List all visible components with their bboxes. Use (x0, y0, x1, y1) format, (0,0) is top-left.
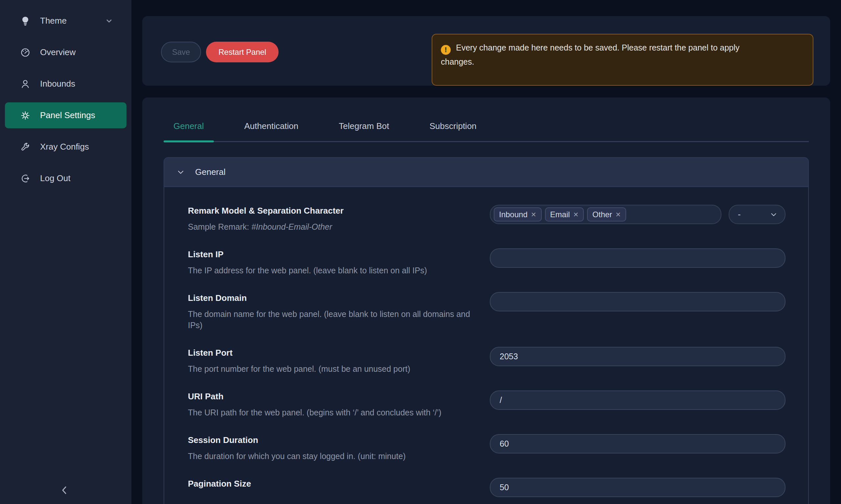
tag-remove-icon[interactable]: ✕ (615, 211, 621, 218)
sidebar: Theme Overview Inbounds (0, 0, 132, 504)
general-section-body: Remark Model & Separation Character Samp… (164, 187, 808, 497)
sample-remark-value: #Inbound-Email-Other (251, 222, 332, 231)
tag-inbound: Inbound ✕ (494, 208, 542, 221)
field-row-listen-port: Listen Port The port number for the web … (188, 347, 808, 374)
field-row-uri-path: URI Path The URI path for the web panel.… (188, 391, 808, 418)
field-row-pagination-size: Pagination Size (188, 478, 808, 497)
field-label: URI Path (188, 391, 477, 402)
toolbar-card: Save Restart Panel !Every change made he… (142, 16, 830, 86)
warning-alert-text: Every change made here needs to be saved… (441, 43, 739, 66)
listen-domain-input[interactable] (490, 292, 786, 311)
field-label: Pagination Size (188, 478, 477, 489)
listen-port-input[interactable] (490, 347, 786, 366)
field-label: Listen IP (188, 248, 477, 260)
general-section: General Remark Model & Separation Charac… (164, 157, 809, 504)
tag-label: Inbound (499, 210, 528, 219)
lightbulb-icon (20, 15, 31, 26)
warning-icon: ! (441, 45, 451, 55)
chevron-left-icon (59, 485, 69, 496)
field-description: The URI path for the web panel. (begins … (188, 407, 477, 418)
restart-panel-button[interactable]: Restart Panel (206, 42, 279, 62)
field-description: The duration for which you can stay logg… (188, 451, 477, 462)
field-row-remark: Remark Model & Separation Character Samp… (188, 205, 808, 232)
tag-remove-icon[interactable]: ✕ (531, 211, 536, 218)
tag-label: Other (592, 210, 612, 219)
sidebar-item-xray-configs[interactable]: Xray Configs (5, 134, 126, 160)
sample-remark-prefix: Sample Remark: (188, 222, 251, 231)
warning-alert: !Every change made here needs to be save… (432, 34, 813, 86)
sidebar-item-label: Panel Settings (40, 110, 95, 121)
tab-general[interactable]: General (164, 121, 214, 141)
general-section-header[interactable]: General (164, 158, 808, 187)
field-row-listen-domain: Listen Domain The domain name for the we… (188, 292, 808, 331)
user-icon (20, 78, 31, 90)
sidebar-item-panel-settings[interactable]: Panel Settings (5, 102, 126, 128)
listen-ip-input[interactable] (490, 248, 786, 268)
gauge-icon (20, 47, 31, 58)
sidebar-item-label: Xray Configs (40, 142, 89, 152)
sidebar-item-label: Inbounds (40, 79, 75, 89)
chevron-down-icon (177, 168, 185, 176)
remark-model-multiselect[interactable]: Inbound ✕ Email ✕ Other ✕ (490, 205, 721, 224)
uri-path-input[interactable] (490, 391, 786, 410)
tab-subscription[interactable]: Subscription (419, 121, 486, 141)
save-button[interactable]: Save (161, 42, 201, 62)
settings-tabs: General Authentication Telegram Bot Subs… (164, 97, 809, 142)
logout-icon (20, 173, 31, 184)
sidebar-collapse-button[interactable] (58, 484, 71, 497)
tab-telegram-bot[interactable]: Telegram Bot (329, 121, 399, 141)
sidebar-item-logout[interactable]: Log Out (5, 165, 126, 191)
tag-remove-icon[interactable]: ✕ (573, 211, 579, 218)
sidebar-menu: Theme Overview Inbounds (0, 0, 132, 191)
section-title: General (195, 167, 226, 177)
sidebar-item-inbounds[interactable]: Inbounds (5, 71, 126, 97)
pagination-size-input[interactable] (490, 478, 786, 497)
chevron-down-icon (770, 211, 777, 218)
field-description: Sample Remark: #Inbound-Email-Other (188, 221, 477, 232)
sidebar-item-label: Log Out (40, 173, 71, 183)
field-label: Listen Domain (188, 292, 477, 304)
sidebar-item-overview[interactable]: Overview (5, 39, 126, 65)
tag-label: Email (550, 210, 570, 219)
toolbar-buttons: Save Restart Panel (161, 42, 279, 86)
tab-authentication[interactable]: Authentication (235, 121, 308, 141)
sidebar-item-label: Theme (40, 16, 67, 26)
settings-card: General Authentication Telegram Bot Subs… (142, 97, 830, 504)
field-description: The domain name for the web panel. (leav… (188, 308, 477, 331)
field-label: Session Duration (188, 434, 477, 446)
sidebar-item-theme[interactable]: Theme (5, 8, 126, 34)
chevron-down-icon (105, 17, 113, 25)
field-label: Remark Model & Separation Character (188, 205, 477, 217)
tag-other: Other ✕ (587, 208, 626, 221)
tag-email: Email ✕ (545, 208, 584, 221)
sidebar-item-label: Overview (40, 47, 75, 57)
session-duration-input[interactable] (490, 434, 786, 453)
separator-select[interactable]: - (728, 205, 786, 224)
field-description: The port number for the web panel. (must… (188, 363, 477, 374)
wrench-icon (20, 141, 31, 152)
field-row-listen-ip: Listen IP The IP address for the web pan… (188, 248, 808, 276)
field-label: Listen Port (188, 347, 477, 359)
gear-icon (20, 110, 31, 121)
main-content: Save Restart Panel !Every change made he… (132, 0, 841, 504)
field-row-session-duration: Session Duration The duration for which … (188, 434, 808, 462)
field-description: The IP address for the web panel. (leave… (188, 265, 477, 276)
separator-value: - (738, 209, 741, 219)
